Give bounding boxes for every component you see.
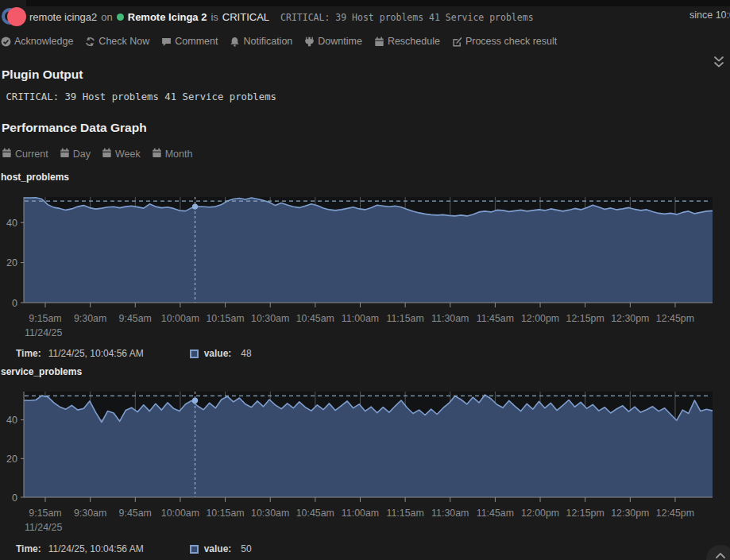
calendar-icon: [374, 37, 384, 47]
x-axis-tick-label: 11:00am: [342, 313, 379, 324]
since-timestamp: since 10:0: [689, 10, 730, 21]
legend-value: 48: [241, 348, 251, 359]
is-word: is: [211, 11, 218, 23]
action-toolbar: AcknowledgeCheck NowCommentNotificationD…: [1, 33, 557, 49]
bell-icon: [230, 37, 240, 47]
x-axis-tick-label: 12:15pm: [566, 313, 604, 324]
x-axis-tick-label: 10:00am: [161, 508, 199, 519]
legend-time-value: 11/24/25, 10:04:56 AM: [48, 543, 144, 554]
tab-label: Day: [73, 149, 91, 160]
service-state-circle-icon: [7, 7, 26, 26]
y-axis-tick-label: 20: [6, 257, 17, 268]
service-problems-legend: Time: 11/24/25, 10:04:56 AM value: 50: [0, 543, 730, 555]
toolbar-check-now-button[interactable]: Check Now: [85, 36, 149, 47]
toolbar-item-label: Notification: [243, 36, 292, 47]
tab-day[interactable]: Day: [60, 148, 91, 160]
y-axis-tick-label: 0: [12, 492, 17, 504]
service-problems-chart[interactable]: 02040: [0, 386, 730, 505]
host-problems-x-date: 11/24/25: [25, 327, 62, 338]
y-axis-tick-label: 20: [6, 454, 17, 465]
x-axis-tick-label: 12:30pm: [611, 508, 649, 519]
chart-title-host-problems: host_problems: [1, 172, 69, 183]
calendar-icon: [102, 148, 112, 160]
y-axis-tick-label: 40: [6, 415, 17, 426]
x-axis-tick-label: 10:30am: [251, 508, 289, 519]
x-axis-tick-label: 9:30am: [74, 508, 106, 519]
plug-icon: [304, 37, 315, 47]
toolbar-reschedule-button[interactable]: Reschedule: [374, 36, 440, 47]
host-problems-x-axis-labels: 9:15am9:30am9:45am10:00am10:15am10:30am1…: [0, 313, 730, 324]
toolbar-process-check-result-button[interactable]: Process check result: [452, 36, 557, 47]
toolbar-downtime-button[interactable]: Downtime: [304, 36, 362, 47]
toolbar-notification-button[interactable]: Notification: [230, 36, 292, 47]
toolbar-comment-button[interactable]: Comment: [161, 36, 218, 47]
x-axis-tick-label: 12:00pm: [521, 313, 559, 324]
calendar-icon: [60, 148, 70, 160]
tab-label: Month: [165, 149, 193, 160]
x-axis-tick-label: 9:45am: [119, 508, 152, 519]
x-axis-tick-label: 12:00pm: [521, 508, 559, 519]
plugin-output-title: Plugin Output: [2, 68, 83, 82]
x-axis-tick-label: 11:30am: [431, 313, 469, 324]
x-axis-tick-label: 11:30am: [431, 508, 469, 519]
x-axis-tick-label: 10:15am: [206, 508, 244, 519]
collapse-section-button[interactable]: [713, 56, 725, 70]
graph-range-tabs: CurrentDayWeekMonth: [2, 148, 192, 160]
legend-time-value: 11/24/25, 10:04:56 AM: [48, 348, 144, 359]
series-swatch-icon: [190, 350, 199, 358]
state-ball-icon: [2, 6, 25, 27]
x-axis-tick-label: 9:15am: [29, 508, 61, 519]
host-name-link[interactable]: remote icinga2: [29, 11, 97, 23]
legend-time-label: Time:: [16, 348, 41, 359]
service-name-link[interactable]: Remote Icinga 2: [128, 11, 207, 23]
plugin-output-text: CRITICAL: 39 Host problems 41 Service pr…: [0, 91, 276, 102]
service-problems-x-date: 11/24/25: [25, 522, 62, 533]
calendar-icon: [2, 148, 12, 160]
calendar-icon: [152, 148, 162, 160]
toolbar-item-label: Comment: [175, 36, 218, 47]
x-axis-tick-label: 11:15am: [386, 508, 423, 519]
state-text: CRITICAL: [222, 11, 269, 23]
icinga-detail-pane: remote icinga2 on Remote Icinga 2 is CRI…: [0, 0, 730, 560]
legend-time-label: Time:: [16, 543, 41, 554]
on-word: on: [101, 11, 112, 23]
tab-week[interactable]: Week: [102, 148, 141, 160]
x-axis-tick-label: 11:45am: [477, 313, 514, 324]
y-axis-tick-label: 40: [6, 218, 17, 229]
toolbar-item-label: Process check result: [465, 36, 557, 47]
comment-icon: [161, 37, 172, 47]
toolbar-item-label: Acknowledge: [14, 36, 73, 47]
tab-month[interactable]: Month: [152, 148, 193, 160]
legend-value: 50: [241, 543, 251, 554]
x-axis-tick-label: 10:15am: [206, 313, 244, 324]
legend-value-label: value:: [204, 348, 232, 359]
refresh-icon: [85, 37, 95, 47]
check-summary: CRITICAL: 39 Host problems 41 Service pr…: [280, 12, 534, 23]
x-axis-tick-label: 12:45pm: [656, 313, 694, 324]
tab-current[interactable]: Current: [2, 148, 48, 160]
tab-label: Week: [115, 149, 141, 160]
chevron-up-icon: [713, 548, 728, 560]
toolbar-item-label: Downtime: [318, 36, 362, 47]
perf-graph-title: Performance Data Graph: [2, 121, 147, 135]
x-axis-tick-label: 12:15pm: [566, 508, 604, 519]
edit-icon: [452, 37, 462, 47]
service-problems-x-axis-labels: 9:15am9:30am9:45am10:00am10:15am10:30am1…: [0, 508, 730, 519]
x-axis-tick-label: 11:00am: [342, 508, 379, 519]
toolbar-acknowledge-button[interactable]: Acknowledge: [1, 36, 73, 47]
host-problems-legend: Time: 11/24/25, 10:04:56 AM value: 48: [0, 347, 730, 360]
tab-label: Current: [15, 149, 48, 160]
x-axis-tick-label: 9:30am: [74, 313, 106, 324]
x-axis-tick-label: 11:15am: [386, 313, 423, 324]
x-axis-tick-label: 11:45am: [477, 508, 514, 519]
x-axis-tick-label: 9:45am: [119, 313, 152, 324]
x-axis-tick-label: 10:00am: [161, 313, 199, 324]
host-problems-chart[interactable]: 02040: [0, 191, 730, 311]
y-axis-tick-label: 0: [12, 298, 17, 309]
legend-value-label: value:: [204, 543, 232, 554]
object-header: remote icinga2 on Remote Icinga 2 is CRI…: [0, 6, 730, 28]
x-axis-tick-label: 10:30am: [251, 313, 289, 324]
x-axis-tick-label: 12:45pm: [656, 508, 694, 519]
x-axis-tick-label: 10:45am: [296, 508, 334, 519]
series-swatch-icon: [190, 545, 199, 554]
